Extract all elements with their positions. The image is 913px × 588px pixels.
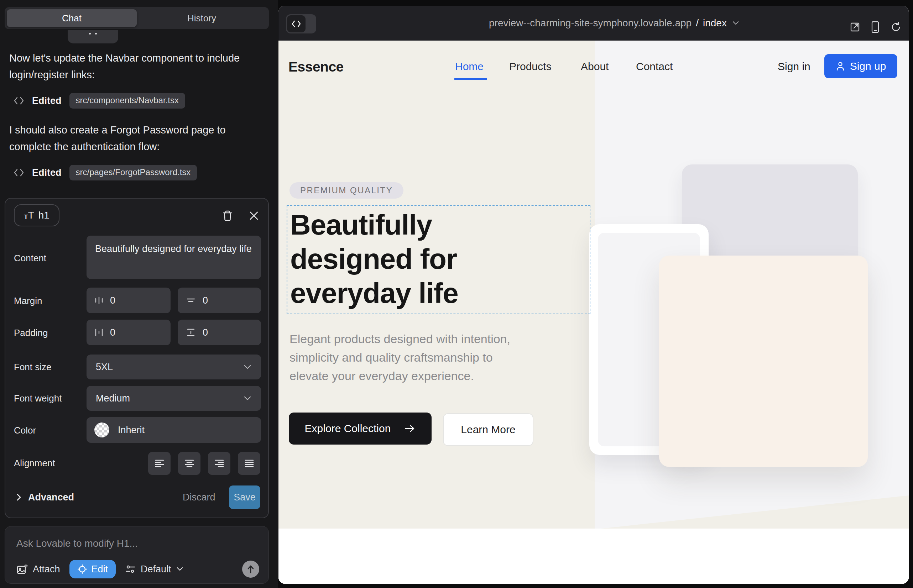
lovable-sidebar: Chat History Now let's update the Navbar… <box>0 0 278 588</box>
margin-label: Margin <box>14 296 42 307</box>
align-right-button[interactable] <box>208 452 230 475</box>
code-icon <box>13 96 24 105</box>
advanced-toggle[interactable]: Advanced <box>16 486 74 509</box>
alignment-label: Alignment <box>14 458 55 469</box>
color-value: Inherit <box>118 425 144 436</box>
font-weight-select[interactable]: Medium <box>87 386 261 411</box>
align-center-icon <box>184 459 195 468</box>
margin-x-value: 0 <box>110 295 115 306</box>
align-left-button[interactable] <box>148 452 170 475</box>
font-size-select[interactable]: 5XL <box>87 354 261 380</box>
chevron-down-icon <box>243 364 252 370</box>
typography-icon: TT <box>24 210 34 220</box>
color-select[interactable]: Inherit <box>87 417 261 443</box>
font-size-label: Font size <box>14 362 52 373</box>
padding-y-value: 0 <box>202 327 208 338</box>
close-icon <box>249 211 259 221</box>
align-justify-button[interactable] <box>238 452 260 475</box>
code-preview-toggle[interactable] <box>286 14 316 34</box>
site-logo[interactable]: Essence <box>288 59 344 75</box>
advanced-label: Advanced <box>28 492 74 503</box>
code-icon <box>13 168 24 177</box>
element-tag-name: h1 <box>39 210 50 221</box>
preview-browser-frame: preview--charming-site-symphony.lovable.… <box>278 6 909 584</box>
tab-chat[interactable]: Chat <box>7 9 137 27</box>
font-size-value: 5XL <box>96 362 113 373</box>
chevron-down-icon <box>176 567 183 572</box>
app-window: Chat History Now let's update the Navbar… <box>0 0 913 588</box>
open-in-new-tab-button[interactable] <box>848 21 861 34</box>
hero-description: Elegant products designed with intention… <box>290 330 524 385</box>
padding-label: Padding <box>14 328 48 339</box>
mobile-view-button[interactable] <box>869 21 882 34</box>
chat-composer: Attach Edit Default <box>5 526 269 584</box>
code-view-segment[interactable] <box>287 15 306 32</box>
sign-in-link[interactable]: Sign in <box>778 60 811 73</box>
url-page: index <box>703 18 727 29</box>
url-separator: / <box>696 18 699 29</box>
explore-collection-button[interactable]: Explore Collection <box>289 412 432 444</box>
nav-link-about[interactable]: About <box>581 60 609 73</box>
attach-image-icon <box>16 564 28 575</box>
save-button[interactable]: Save <box>229 486 260 509</box>
chat-message: I should also create a Forgot Password p… <box>9 122 262 155</box>
tab-history[interactable]: History <box>137 9 267 27</box>
nav-link-products[interactable]: Products <box>509 60 551 73</box>
font-weight-value: Medium <box>96 393 130 404</box>
crosshair-icon <box>77 564 87 574</box>
edited-file-row[interactable]: Edited src/pages/ForgotPassword.tsx <box>13 165 197 181</box>
content-input[interactable]: Beautifully designed for everyday life <box>87 236 261 279</box>
sign-up-button[interactable]: Sign up <box>824 54 897 78</box>
edit-mode-button[interactable]: Edit <box>70 560 116 578</box>
padding-vertical-icon <box>186 327 196 338</box>
element-editor-panel: TT h1 Content Beautifully designed for e… <box>5 198 269 518</box>
close-editor-button[interactable] <box>246 208 262 223</box>
sign-up-label: Sign up <box>850 60 886 72</box>
refresh-button[interactable] <box>889 21 902 34</box>
padding-y-input[interactable]: 0 <box>178 320 261 345</box>
padding-x-value: 0 <box>110 327 115 338</box>
nav-link-home[interactable]: Home <box>455 60 484 73</box>
hero-heading[interactable]: Beautifully designed for everyday life <box>290 208 511 310</box>
chevron-right-icon <box>16 493 22 501</box>
margin-horizontal-icon <box>94 295 104 306</box>
site-preview: Essence Home Products About Contact Sign… <box>278 40 909 584</box>
edit-label: Edit <box>92 564 108 575</box>
scrolled-chip-partial <box>68 30 118 44</box>
url-bar[interactable]: preview--charming-site-symphony.lovable.… <box>489 6 740 40</box>
attach-button[interactable]: Attach <box>16 564 60 575</box>
margin-y-input[interactable]: 0 <box>178 288 261 313</box>
file-chip[interactable]: src/pages/ForgotPassword.tsx <box>70 165 197 181</box>
settings-sliders-icon <box>125 564 136 574</box>
padding-x-input[interactable]: 0 <box>87 320 170 345</box>
edited-file-row[interactable]: Edited src/components/Navbar.tsx <box>13 92 185 109</box>
learn-more-button[interactable]: Learn More <box>443 413 533 446</box>
send-button[interactable] <box>242 561 259 578</box>
delete-element-button[interactable] <box>220 208 235 223</box>
default-mode-button[interactable]: Default <box>125 564 183 575</box>
selected-element-tag: TT h1 <box>14 204 60 226</box>
default-label: Default <box>141 564 171 575</box>
smartphone-icon <box>871 21 879 33</box>
chat-input[interactable] <box>16 536 251 551</box>
color-label: Color <box>14 425 36 436</box>
alignment-group <box>148 452 260 475</box>
section-below <box>278 528 909 584</box>
chat-message: Now let's update the Navbar component to… <box>9 50 262 83</box>
nav-link-contact[interactable]: Contact <box>636 60 673 73</box>
align-justify-icon <box>244 459 254 468</box>
discard-button[interactable]: Discard <box>183 486 215 509</box>
chat-history-tabbar: Chat History <box>5 7 269 29</box>
font-weight-label: Font weight <box>14 393 62 404</box>
advanced-row: Advanced Discard Save <box>5 486 270 509</box>
premium-quality-badge: PREMIUM QUALITY <box>290 182 403 199</box>
margin-x-input[interactable]: 0 <box>87 288 170 313</box>
refresh-icon <box>890 22 901 32</box>
file-chip[interactable]: src/components/Navbar.tsx <box>70 93 185 108</box>
padding-horizontal-icon <box>94 327 104 338</box>
arrow-right-icon <box>404 424 416 433</box>
active-nav-underline <box>454 78 487 80</box>
align-center-button[interactable] <box>178 452 201 475</box>
align-right-icon <box>214 459 225 468</box>
composer-toolbar: Attach Edit Default <box>16 560 259 578</box>
